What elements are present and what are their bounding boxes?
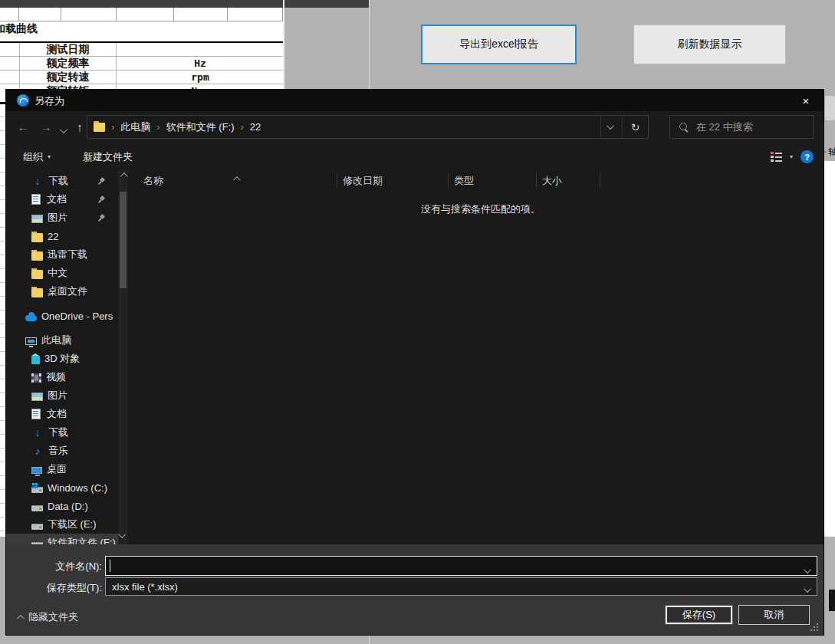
search-input[interactable] [695, 120, 813, 133]
sidebar-item[interactable]: 下载区 (E:) [6, 515, 118, 534]
change-view-icon[interactable] [771, 152, 782, 162]
search-box[interactable] [669, 115, 814, 139]
chevron-down-icon [60, 126, 67, 133]
sheet-title: 加载曲线 [0, 22, 38, 34]
column-header[interactable]: 大小 [537, 172, 600, 188]
up-icon[interactable]: ↑ [72, 120, 87, 134]
file-list: 名称修改日期类型大小 没有与搜索条件匹配的项。 [138, 170, 823, 544]
export-to-excel-button[interactable]: 导出到excel报告 [421, 25, 577, 64]
sidebar-item[interactable]: Data (D:) [6, 497, 118, 515]
resize-grip-icon[interactable] [810, 623, 820, 632]
save-type-dropdown[interactable] [806, 583, 811, 595]
sheet-row-value: Hz [117, 57, 283, 71]
sort-ascending-icon[interactable] [233, 171, 238, 185]
column-header[interactable]: 类型 [449, 172, 537, 188]
save-button[interactable]: 保存(S) [665, 605, 733, 625]
breadcrumb-item[interactable]: 软件和文件 (F:) [163, 120, 238, 134]
sheet-row-label: 额定频率 [19, 57, 117, 71]
forward-icon[interactable]: → [38, 120, 54, 134]
pic-icon [31, 393, 43, 401]
sidebar-item-label: 下载 [48, 174, 68, 188]
drive-win-icon [31, 487, 43, 493]
sidebar-item[interactable]: 桌面 [6, 460, 118, 478]
close-icon[interactable]: × [788, 90, 823, 111]
text-caret [110, 560, 110, 572]
sidebar-item[interactable]: 软件和文件 (F:) [6, 534, 118, 544]
sidebar-item[interactable]: 迅雷下载 [6, 245, 118, 264]
organize-button[interactable]: 组织 ▾ [17, 148, 57, 166]
sheet-row: 额定转速rpm [0, 71, 283, 84]
breadcrumb-item[interactable]: 此电脑 [117, 120, 153, 134]
sidebar-item-label: 视频 [46, 370, 66, 384]
sheet-row: 额定频率Hz [0, 57, 283, 71]
sheet-header-cell [228, 8, 283, 21]
help-icon[interactable]: ? [800, 150, 814, 163]
background-sheet-line [0, 102, 6, 104]
refresh-icon[interactable]: ↻ [622, 116, 648, 138]
chevron-up-icon [17, 614, 25, 622]
column-headers: 名称修改日期类型大小 [138, 170, 600, 190]
cloud-icon [25, 315, 37, 321]
new-folder-button[interactable]: 新建文件夹 [77, 148, 139, 166]
back-icon[interactable]: ← [15, 120, 31, 134]
cancel-button[interactable]: 取消 [738, 605, 810, 625]
drive-icon [31, 505, 43, 511]
sidebar-item-label: 图片 [48, 211, 67, 225]
column-header[interactable]: 修改日期 [337, 172, 449, 188]
sidebar-item[interactable]: 3D 对象 [6, 350, 118, 368]
address-dropdown[interactable] [600, 116, 622, 138]
sheet-row-value [117, 43, 283, 57]
dialog-titlebar[interactable]: 另存为 × [6, 90, 823, 111]
save-type-value: xlsx file (*.xlsx) [112, 581, 178, 593]
sidebar-item[interactable]: 图片 [6, 209, 118, 227]
sidebar-item[interactable]: 桌面文件 [6, 282, 118, 301]
chevron-down-icon [804, 566, 811, 573]
scroll-up-icon[interactable] [120, 172, 126, 179]
sidebar-item[interactable]: 图片 [6, 386, 118, 405]
file-name-dropdown[interactable] [806, 563, 811, 577]
hide-folders-label: 隐藏文件夹 [28, 610, 78, 624]
file-name-input[interactable] [105, 556, 817, 576]
sidebar-item[interactable]: 视频 [6, 368, 118, 386]
sidebar-item[interactable]: Windows (C:) [6, 478, 118, 497]
hide-folders-button[interactable]: 隐藏文件夹 [17, 610, 78, 624]
sidebar-item[interactable]: ♪音乐 [6, 442, 118, 460]
sheet-row-value: rpm [117, 71, 283, 84]
panel-divider [369, 0, 370, 90]
background-chart-area [823, 161, 835, 537]
sidebar-item[interactable]: OneDrive - Pers [6, 307, 118, 325]
sidebar-scrollbar[interactable] [118, 170, 128, 544]
save-type-select[interactable]: xlsx file (*.xlsx) [105, 577, 817, 596]
download-icon: ↓ [31, 426, 44, 439]
breadcrumb-item[interactable]: 22 [247, 121, 264, 133]
chevron-down-icon: ▾ [48, 153, 51, 160]
pin-icon [98, 196, 107, 204]
chevron-down-icon [804, 585, 811, 593]
scroll-down-icon[interactable] [120, 532, 126, 540]
view-dropdown-icon[interactable]: ▾ [790, 153, 793, 160]
sheet-header-row [0, 8, 283, 21]
breadcrumb-chevron-icon: › [153, 121, 163, 133]
sidebar-item[interactable]: 文档 [6, 190, 118, 209]
address-bar[interactable]: ›此电脑›软件和文件 (F:)›22 ↻ [87, 115, 649, 139]
doc-icon [31, 409, 41, 419]
sidebar-item-label: 桌面文件 [48, 284, 87, 298]
pin-icon [98, 177, 107, 186]
sidebar-item[interactable]: 中文 [6, 264, 118, 282]
panel-divider [369, 635, 370, 644]
sidebar-item[interactable]: 22 [6, 227, 118, 245]
sidebar-item-label: 下载 [48, 426, 68, 439]
sidebar-item-label: 图片 [48, 389, 67, 402]
pin-icon [98, 214, 107, 222]
refresh-data-button[interactable]: 刷新数据显示 [633, 25, 786, 64]
sidebar-item[interactable]: 文档 [6, 405, 118, 423]
sidebar-item[interactable]: ↓下载 [6, 172, 118, 190]
sidebar-item[interactable]: 此电脑 [6, 331, 118, 350]
empty-folder-message: 没有与搜索条件匹配的项。 [138, 202, 823, 216]
sidebar-item[interactable]: ↓下载 [6, 423, 118, 442]
recent-locations-icon[interactable] [57, 123, 72, 136]
scrollbar-thumb[interactable] [120, 192, 127, 288]
background-button-fragment [829, 590, 835, 611]
sheet-row-label: 额定转矩 [19, 84, 117, 90]
search-icon [679, 123, 689, 132]
